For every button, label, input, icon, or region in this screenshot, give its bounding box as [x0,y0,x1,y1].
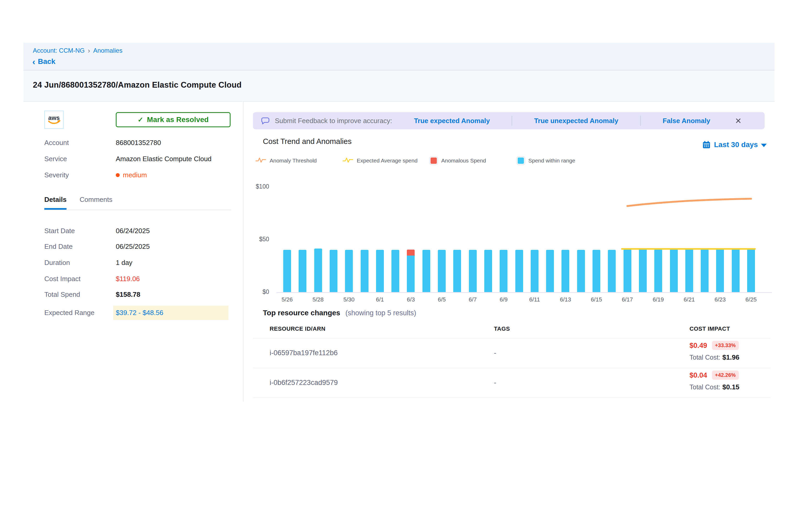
mark-as-resolved-label: Mark as Resolved [147,116,209,124]
field-label: Start Date [44,227,116,235]
feedback-option[interactable]: False Anomaly [663,117,710,125]
caret-down-icon [761,144,767,147]
expected-average-line-icon [343,156,353,165]
aws-logo: aws [44,111,64,129]
anomaly-side-panel: aws ✓ Mark as Resolved Account8680013527… [44,111,231,335]
cost-impact-cell: $0.04+42.26%Total Cost:$0.15 [689,372,739,391]
field-value: $158.78 [116,290,140,299]
resource-table-title-text: Top resource changes [263,309,340,317]
spend-within-range-swatch-icon [517,157,525,165]
breadcrumb-anomalies-link[interactable]: Anomalies [93,47,122,54]
anomaly-threshold-line-icon [255,156,266,165]
anomaly-threshold-line [627,199,751,206]
detail-row: Cost Impact$119.06 [44,275,231,283]
column-header: COST IMPACT [689,325,730,332]
table-row[interactable]: i-0b6f257223cad9579-$0.04+42.26%Total Co… [253,368,771,397]
legend-label: Expected Average spend [357,157,418,164]
field-value: 06/25/2025 [116,243,150,251]
field-label: Cost Impact [44,275,116,283]
feedback-options: True expected AnomalyTrue unexpected Ano… [392,116,710,126]
panel-divider [243,102,244,402]
table-row[interactable]: i-06597ba197fe112b6-$0.49+33.33%Total Co… [253,338,771,368]
total-cost-value: $0.15 [722,383,739,391]
detail-row: Expected Range$39.72 - $48.56 [44,306,231,320]
page-title: 24 Jun/868001352780/Amazon Elastic Compu… [33,80,242,90]
legend-item: Expected Average spend [343,156,430,165]
resource-table-subtitle: (showing top 5 results) [345,309,416,317]
chevron-left-icon: ‹ [32,58,35,65]
resource-id: i-06597ba197fe112b6 [270,349,338,357]
feedback-separator [640,116,641,126]
speech-bubble-icon [260,116,270,126]
detail-row: End Date06/25/2025 [44,243,231,251]
cost-impact-cell: $0.49+33.33%Total Cost:$1.96 [689,342,739,361]
cost-trend-chart: $0$50$1005/265/285/306/16/36/56/76/96/11… [253,170,775,310]
table-bottom-divider [253,397,771,398]
cost-change-badge: +33.33% [712,341,739,350]
check-icon: ✓ [138,116,144,124]
total-cost-label: Total Cost: [689,383,720,391]
mark-as-resolved-button[interactable]: ✓ Mark as Resolved [116,112,230,127]
detail-tabs: DetailsComments [44,195,231,210]
field-label: Account [44,139,116,147]
title-bar: 24 Jun/868001352780/Amazon Elastic Compu… [23,71,775,102]
legend-label: Anomaly Threshold [270,157,317,164]
severity-value: medium [123,171,147,179]
field-value: 868001352780 [116,139,161,147]
breadcrumb-account-link[interactable]: Account: CCM-NG [33,47,85,54]
chart-lines-overlay [253,170,775,310]
total-cost-label: Total Cost: [689,354,720,361]
chevron-right-icon: › [88,48,90,54]
feedback-prompt: Submit Feedback to improve accuracy: [275,117,392,125]
feedback-option[interactable]: True unexpected Anomaly [534,117,618,125]
severity-dot-icon [116,173,120,177]
field-label: Service [44,155,116,163]
tab-details[interactable]: Details [44,195,66,210]
legend-item: Spend within range [517,156,604,165]
resource-table-title: Top resource changes (showing top 5 resu… [263,309,416,317]
field-label: Duration [44,259,116,267]
breadcrumb: Account: CCM-NG › Anomalies [33,47,122,54]
column-header: RESOURCE ID/ARN [270,325,325,332]
cost-change-badge: +42.26% [712,370,739,380]
field-value: $119.06 [116,275,140,283]
resource-tags: - [494,379,496,387]
table-header-row: RESOURCE ID/ARNTAGSCOST IMPACT [253,323,771,338]
field-value: 06/24/2025 [116,227,150,235]
summary-row: ServiceAmazon Elastic Compute Cloud [44,155,231,163]
cost-impact-amount: $0.49 [689,342,707,349]
field-label: End Date [44,243,116,251]
svg-text:aws: aws [48,114,60,121]
summary-row: Severitymedium [44,171,231,179]
close-icon[interactable] [734,117,742,125]
legend-item: Anomalous Spend [430,156,517,165]
anomalous-spend-swatch-icon [430,157,438,165]
feedback-separator [512,116,512,126]
field-value: $39.72 - $48.56 [113,306,228,320]
column-header: TAGS [494,325,510,332]
feedback-option[interactable]: True expected Anomaly [414,117,490,125]
legend-label: Spend within range [528,157,575,164]
aws-logo-icon: aws [46,113,61,126]
total-cost-value: $1.96 [722,353,739,361]
total-cost-line: Total Cost:$0.15 [689,383,739,391]
anomaly-details-page: Account: CCM-NG › Anomalies ‹ Back 24 Ju… [0,0,798,532]
field-label: Expected Range [44,309,116,317]
resource-table: RESOURCE ID/ARNTAGSCOST IMPACTi-06597ba1… [253,323,771,398]
chart-title: Cost Trend and Anomalies [263,137,352,146]
breadcrumb-bar: Account: CCM-NG › Anomalies ‹ Back [23,43,775,71]
calendar-icon [702,140,711,149]
field-label: Severity [44,171,116,179]
legend-label: Anomalous Spend [441,157,486,164]
tab-comments[interactable]: Comments [79,195,112,208]
feedback-bar: Submit Feedback to improve accuracy: Tru… [253,112,765,129]
back-button[interactable]: ‹ Back [32,57,55,66]
detail-row: Start Date06/24/2025 [44,227,231,235]
resource-id: i-0b6f257223cad9579 [270,379,338,387]
cost-impact-amount: $0.04 [689,372,707,379]
cost-impact-line: $0.04+42.26% [689,372,739,380]
legend-item: Anomaly Threshold [255,156,343,165]
total-cost-line: Total Cost:$1.96 [689,353,739,361]
field-value: Amazon Elastic Compute Cloud [116,155,211,163]
date-range-selector[interactable]: Last 30 days [702,140,767,149]
